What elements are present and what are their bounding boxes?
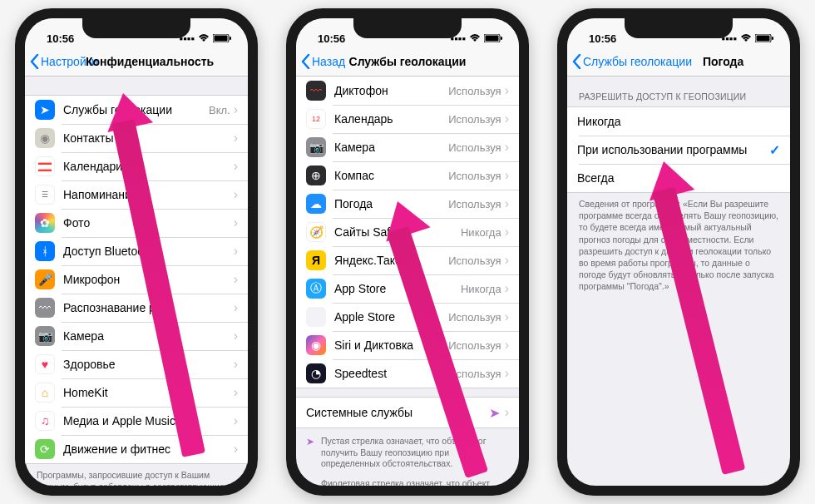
status-right: ▪▪▪▪ <box>722 32 773 45</box>
legend: ➤Пустая стрелка означает, что объект мог… <box>296 428 519 486</box>
notch <box>625 18 733 38</box>
row-motion[interactable]: ⟳ Движение и фитнес › <box>25 435 248 463</box>
row-calendars[interactable]: ▬▬▬▬ Календари › <box>25 152 248 180</box>
wifi-icon <box>198 32 210 45</box>
chevron-right-icon: › <box>505 405 509 420</box>
option-never[interactable]: Никогда <box>567 107 790 136</box>
status-time: 10:56 <box>318 32 345 45</box>
bluetooth-icon: ᚼ <box>35 241 55 261</box>
chevron-right-icon: › <box>234 215 238 230</box>
homekit-icon: ⌂ <box>35 383 55 403</box>
row-weather[interactable]: ☁ПогодаИспользуя› <box>296 190 519 218</box>
back-button[interactable]: Назад <box>296 54 345 69</box>
row-camera[interactable]: 📷 Камера › <box>25 322 248 350</box>
location-icon: ➤ <box>35 100 55 120</box>
chevron-left-icon <box>30 54 39 69</box>
content[interactable]: РАЗРЕШИТЬ ДОСТУП К ГЕОПОЗИЦИИ Никогда Пр… <box>567 77 790 486</box>
row-microphone[interactable]: 🎤 Микрофон › <box>25 265 248 294</box>
legend-purple: ➤Фиолетовая стрелка означает, что объект… <box>296 474 519 486</box>
row-photos[interactable]: ✿ Фото › <box>25 209 248 237</box>
voice-memos-icon: 〰 <box>306 81 326 101</box>
status-right: ▪▪▪▪ <box>180 32 231 45</box>
chevron-right-icon: › <box>505 196 509 211</box>
notch <box>353 18 462 38</box>
status-time: 10:56 <box>47 32 74 45</box>
footnote: Сведения от программы: «Если Вы разрешит… <box>567 193 790 297</box>
nav-bar: Службы геолокации Погода <box>567 47 790 77</box>
row-media[interactable]: ♫ Медиа и Apple Music › <box>25 407 248 435</box>
camera-app-icon: 📷 <box>306 137 326 157</box>
screen: 10:56 ▪▪▪▪ Службы геолокации Погода РАЗР… <box>567 18 790 486</box>
contacts-icon: ◉ <box>35 128 55 148</box>
row-apple-store[interactable]: Apple StoreИспользуя› <box>296 303 519 331</box>
system-services-list: Системные службы ➤ › <box>296 397 519 428</box>
row-reminders[interactable]: ☰ Напоминания › <box>25 180 248 209</box>
phone-privacy: 10:56 ▪▪▪▪ Настройки Конфиденциальность <box>15 8 258 496</box>
chevron-left-icon <box>572 54 581 69</box>
reminders-icon: ☰ <box>35 185 55 205</box>
row-homekit[interactable]: ⌂ HomeKit › <box>25 378 248 407</box>
nav-bar: Назад Службы геолокации <box>296 47 519 77</box>
microphone-icon: 🎤 <box>35 269 55 289</box>
chevron-right-icon: › <box>234 244 238 259</box>
safari-icon: 🧭 <box>306 222 326 242</box>
chevron-right-icon: › <box>505 366 509 381</box>
chevron-right-icon: › <box>505 168 509 183</box>
nav-title: Конфиденциальность <box>86 55 214 68</box>
battery-icon <box>484 32 502 45</box>
chevron-right-icon: › <box>234 442 238 457</box>
option-always[interactable]: Всегда <box>567 164 790 192</box>
svg-rect-5 <box>501 37 502 40</box>
content[interactable]: ➤ Службы геолокации Вкл. › ◉ Контакты › … <box>25 77 248 486</box>
svg-rect-2 <box>230 37 231 40</box>
row-siri[interactable]: ◉Siri и ДиктовкаИспользуя› <box>296 331 519 359</box>
row-health[interactable]: ♥ Здоровье › <box>25 350 248 378</box>
row-camera[interactable]: 📷КамераИспользуя› <box>296 133 519 161</box>
chevron-right-icon: › <box>234 357 238 372</box>
back-button[interactable]: Службы геолокации <box>567 54 692 69</box>
svg-rect-4 <box>486 36 499 42</box>
row-bluetooth[interactable]: ᚼ Доступ Bluetooth › <box>25 237 248 265</box>
screen: 10:56 ▪▪▪▪ Настройки Конфиденциальность <box>25 18 248 486</box>
compass-icon: ⊕ <box>306 166 326 185</box>
row-detail: Вкл. <box>209 104 230 116</box>
phone-location-services: 10:56 ▪▪▪▪ Назад Службы геолокации 〰Дикт… <box>286 8 529 496</box>
svg-rect-7 <box>757 36 770 42</box>
location-arrow-icon: ➤ <box>489 405 500 421</box>
screen: 10:56 ▪▪▪▪ Назад Службы геолокации 〰Дикт… <box>296 18 519 486</box>
chevron-left-icon <box>301 54 310 69</box>
row-yandex-taxi[interactable]: ЯЯндекс.ТаксиИспользуя› <box>296 246 519 274</box>
battery-icon <box>755 32 773 45</box>
chevron-right-icon: › <box>505 111 509 126</box>
row-location-services[interactable]: ➤ Службы геолокации Вкл. › <box>25 96 248 124</box>
status-right: ▪▪▪▪ <box>451 32 502 45</box>
row-compass[interactable]: ⊕КомпасИспользуя› <box>296 161 519 190</box>
siri-icon: ◉ <box>306 335 326 355</box>
arrow-purple-icon: ➤ <box>306 478 314 486</box>
row-safari[interactable]: 🧭Сайты SafariНикогда› <box>296 218 519 246</box>
row-calendar[interactable]: 12КалендарьИспользуя› <box>296 105 519 133</box>
weather-icon: ☁ <box>306 194 326 214</box>
chevron-right-icon: › <box>505 338 509 353</box>
content[interactable]: 〰ДиктофонИспользуя› 12КалендарьИспользуя… <box>296 77 519 486</box>
wifi-icon <box>469 32 481 45</box>
row-voice-memos[interactable]: 〰ДиктофонИспользуя› <box>296 77 519 105</box>
apps-list: 〰ДиктофонИспользуя› 12КалендарьИспользуя… <box>296 77 519 388</box>
yandex-icon: Я <box>306 250 326 270</box>
calendar-app-icon: 12 <box>306 109 326 129</box>
speech-icon: 〰 <box>35 298 55 318</box>
row-speedtest[interactable]: ◔SpeedtestИспользуя› <box>296 359 519 388</box>
row-app-store[interactable]: ⒶApp StoreНикогда› <box>296 274 519 303</box>
chevron-right-icon: › <box>234 102 238 117</box>
back-label: Службы геолокации <box>583 55 692 68</box>
row-contacts[interactable]: ◉ Контакты › <box>25 124 248 152</box>
arrow-hollow-icon: ➤ <box>306 436 314 470</box>
chevron-right-icon: › <box>505 140 509 155</box>
appstore-icon: Ⓐ <box>306 279 326 299</box>
chevron-right-icon: › <box>505 281 509 296</box>
option-while-using[interactable]: При использовании программы ✓ <box>567 136 790 164</box>
row-speech[interactable]: 〰 Распознавание речи › <box>25 294 248 322</box>
chevron-right-icon: › <box>234 300 238 315</box>
row-system-services[interactable]: Системные службы ➤ › <box>296 398 519 427</box>
chevron-right-icon: › <box>234 413 238 428</box>
